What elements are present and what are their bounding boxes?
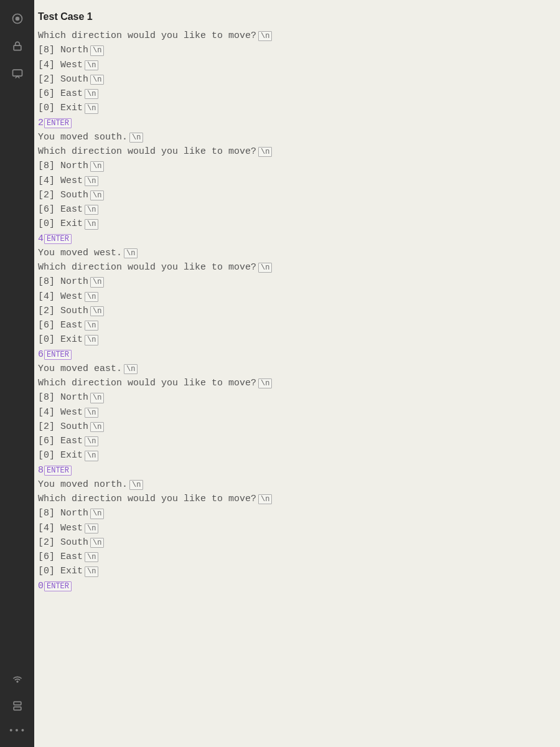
svg-rect-3	[12, 70, 22, 76]
output-line: [8] North\n	[38, 390, 560, 405]
activity-sidebar: •••	[0, 0, 34, 747]
user-input-line: 4ENTER	[38, 232, 560, 246]
newline-tag: \n	[90, 538, 104, 548]
output-line: [4] West\n	[38, 521, 560, 535]
output-line: [6] East\n	[38, 202, 560, 217]
output-line: [2] South\n	[38, 72, 560, 87]
user-input-line: 2ENTER	[38, 116, 560, 130]
output-line: Which direction would you like to move?\…	[38, 144, 560, 159]
output-line: Which direction would you like to move?\…	[38, 29, 560, 43]
output-line: [8] North\n	[38, 159, 560, 173]
chat-icon[interactable]	[10, 66, 25, 81]
output-line: You moved east.\n	[38, 362, 560, 376]
newline-tag: \n	[90, 45, 104, 55]
newline-tag: \n	[85, 292, 98, 302]
output-line: [2] South\n	[38, 188, 560, 202]
newline-tag: \n	[129, 133, 143, 143]
newline-tag: \n	[85, 566, 98, 576]
output-line: [0] Exit\n	[38, 217, 560, 231]
output-line: [6] East\n	[38, 434, 560, 448]
newline-tag: \n	[258, 263, 272, 273]
newline-tag: \n	[85, 408, 98, 418]
svg-point-1	[16, 17, 19, 21]
output-line: You moved north.\n	[38, 477, 560, 492]
enter-tag: ENTER	[44, 118, 72, 128]
output-line: [4] West\n	[38, 174, 560, 188]
output-line: You moved west.\n	[38, 246, 560, 260]
input-value: 6	[38, 349, 44, 360]
input-value: 4	[38, 233, 44, 244]
newline-tag: \n	[90, 393, 104, 403]
newline-tag: \n	[90, 509, 104, 519]
newline-tag: \n	[258, 31, 272, 41]
user-input-line: 0ENTER	[38, 579, 560, 593]
output-line: [0] Exit\n	[38, 101, 560, 115]
newline-tag: \n	[129, 480, 143, 490]
newline-tag: \n	[124, 248, 138, 258]
newline-tag: \n	[85, 335, 98, 345]
user-input-line: 8ENTER	[38, 463, 560, 477]
enter-tag: ENTER	[44, 350, 72, 360]
input-value: 8	[38, 465, 44, 476]
output-line: [4] West\n	[38, 58, 560, 72]
output-line: [2] South\n	[38, 304, 560, 318]
output-line: Which direction would you like to move?\…	[38, 260, 560, 275]
newline-tag: \n	[90, 190, 104, 200]
output-line: [8] North\n	[38, 275, 560, 289]
newline-tag: \n	[85, 103, 98, 113]
main-panel: Test Case 1 Which direction would you li…	[34, 0, 560, 747]
newline-tag: \n	[258, 494, 272, 504]
output-line: Which direction would you like to move?\…	[38, 492, 560, 506]
newline-tag: \n	[258, 147, 272, 157]
console-output: Which direction would you like to move?\…	[34, 29, 560, 593]
output-line: [4] West\n	[38, 289, 560, 304]
output-line: Which direction would you like to move?\…	[38, 376, 560, 390]
input-value: 2	[38, 118, 44, 128]
newline-tag: \n	[85, 321, 98, 331]
newline-tag: \n	[85, 60, 98, 70]
output-line: [0] Exit\n	[38, 332, 560, 347]
output-line: [2] South\n	[38, 535, 560, 550]
test-case-title: Test Case 1	[38, 11, 560, 29]
newline-tag: \n	[85, 205, 98, 215]
newline-tag: \n	[90, 161, 104, 171]
newline-tag: \n	[124, 364, 138, 374]
svg-rect-6	[14, 707, 21, 710]
user-input-line: 6ENTER	[38, 347, 560, 362]
newline-tag: \n	[85, 436, 98, 446]
output-line: [0] Exit\n	[38, 448, 560, 463]
wifi-icon[interactable]	[10, 671, 25, 686]
svg-point-4	[17, 681, 18, 682]
server-icon[interactable]	[10, 698, 25, 713]
enter-tag: ENTER	[44, 466, 72, 476]
output-line: [2] South\n	[38, 420, 560, 434]
newline-tag: \n	[90, 306, 104, 316]
svg-rect-2	[14, 45, 21, 50]
enter-tag: ENTER	[44, 581, 72, 591]
output-line: [8] North\n	[38, 43, 560, 57]
newline-tag: \n	[85, 451, 98, 461]
newline-tag: \n	[85, 552, 98, 562]
newline-tag: \n	[90, 422, 104, 432]
svg-rect-5	[14, 702, 21, 705]
input-value: 0	[38, 581, 44, 591]
newline-tag: \n	[85, 219, 98, 229]
newline-tag: \n	[85, 176, 98, 186]
output-line: You moved south.\n	[38, 130, 560, 144]
newline-tag: \n	[90, 277, 104, 287]
enter-tag: ENTER	[44, 234, 72, 244]
ellipsis-icon[interactable]: •••	[8, 726, 26, 736]
output-line: [6] East\n	[38, 87, 560, 101]
output-line: [4] West\n	[38, 405, 560, 420]
newline-tag: \n	[85, 524, 98, 533]
output-line: [6] East\n	[38, 550, 560, 564]
newline-tag: \n	[258, 378, 272, 388]
newline-tag: \n	[90, 75, 104, 85]
output-line: [8] North\n	[38, 506, 560, 520]
lock-icon[interactable]	[10, 39, 25, 54]
output-line: [6] East\n	[38, 318, 560, 332]
target-icon[interactable]	[10, 11, 25, 26]
newline-tag: \n	[85, 89, 98, 99]
output-line: [0] Exit\n	[38, 564, 560, 578]
